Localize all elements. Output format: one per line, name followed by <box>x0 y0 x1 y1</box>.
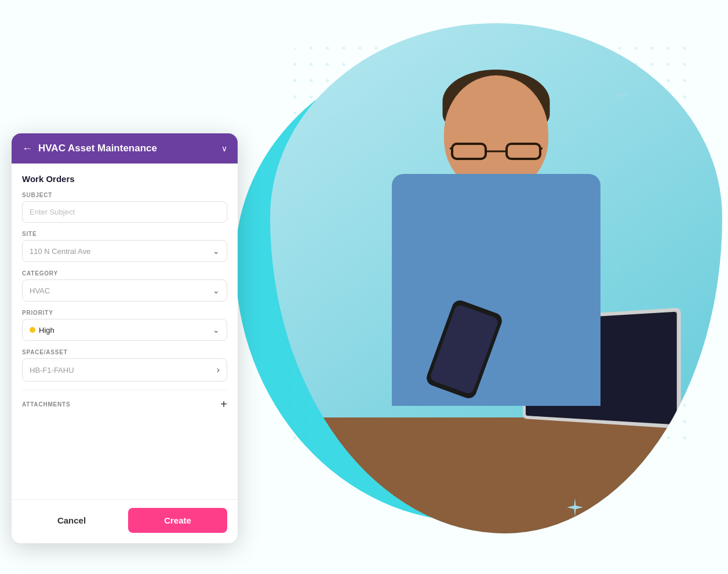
card-header-title: HVAC Asset Maintenance <box>38 143 216 154</box>
man-figure <box>299 58 693 533</box>
priority-text: High <box>39 326 54 335</box>
site-label: SITE <box>22 231 227 237</box>
subject-label: SUBJECT <box>22 192 227 198</box>
space-asset-field-group: SPACE/ASSET HB-F1-FAHU › <box>22 349 227 382</box>
back-button[interactable]: ← <box>22 143 32 154</box>
svg-rect-2 <box>452 144 486 159</box>
category-dropdown[interactable]: HVAC ⌄ <box>22 279 227 301</box>
priority-dropdown[interactable]: High ⌄ <box>22 319 227 341</box>
subject-placeholder: Enter Subject <box>30 208 75 216</box>
priority-dot-icon <box>30 327 35 333</box>
space-asset-value: HB-F1-FAHU <box>30 366 74 375</box>
priority-value-container: High <box>30 326 213 335</box>
subject-field-group: SUBJECT Enter Subject <box>22 192 227 223</box>
glasses <box>450 139 543 162</box>
category-field-group: CATEGORY HVAC ⌄ <box>22 270 227 301</box>
sparkle-top <box>612 86 631 107</box>
mobile-card: ← HVAC Asset Maintenance ∨ Work Orders S… <box>12 133 238 543</box>
card-body: Work Orders SUBJECT Enter Subject SITE 1… <box>12 164 238 499</box>
subject-input[interactable]: Enter Subject <box>22 201 227 223</box>
priority-chevron-icon: ⌄ <box>213 325 220 335</box>
person-photo <box>270 23 722 533</box>
section-title: Work Orders <box>22 174 227 184</box>
create-button[interactable]: Create <box>128 508 227 533</box>
space-asset-label: SPACE/ASSET <box>22 349 227 355</box>
card-footer: Cancel Create <box>12 499 238 543</box>
space-asset-nav[interactable]: HB-F1-FAHU › <box>22 358 227 382</box>
attachments-label: ATTACHMENTS <box>22 401 70 408</box>
attachments-row: ATTACHMENTS + <box>22 390 227 418</box>
header-chevron-icon: ∨ <box>221 144 227 153</box>
site-chevron-icon: ⌄ <box>213 246 220 256</box>
sparkle-bottom <box>566 498 584 519</box>
priority-field-group: PRIORITY High ⌄ <box>22 310 227 341</box>
category-chevron-icon: ⌄ <box>213 286 220 295</box>
category-label: CATEGORY <box>22 270 227 277</box>
site-field-group: SITE 110 N Central Ave ⌄ <box>22 231 227 262</box>
body <box>392 174 600 406</box>
site-value: 110 N Central Ave <box>30 247 90 256</box>
priority-label: PRIORITY <box>22 310 227 316</box>
card-empty-space <box>22 418 227 499</box>
space-asset-chevron-icon: › <box>217 365 220 375</box>
category-value: HVAC <box>30 286 50 295</box>
figure-container <box>270 23 722 533</box>
site-dropdown[interactable]: 110 N Central Ave ⌄ <box>22 240 227 262</box>
attachments-add-button[interactable]: + <box>220 398 227 410</box>
svg-rect-3 <box>507 144 540 159</box>
card-header: ← HVAC Asset Maintenance ∨ <box>12 133 238 164</box>
cancel-button[interactable]: Cancel <box>22 508 121 533</box>
